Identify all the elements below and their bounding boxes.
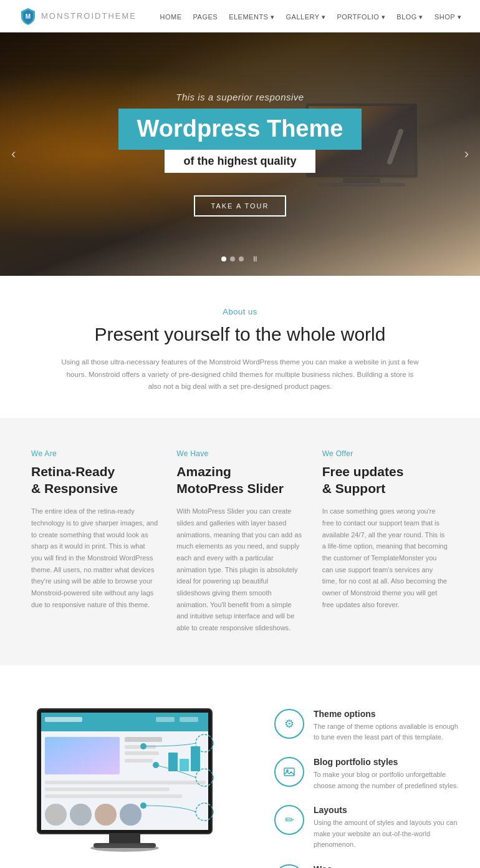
svg-rect-17 — [125, 751, 159, 755]
monitor-section: ⚙ Theme options The range of theme optio… — [0, 665, 480, 868]
feature-text-3: In case something goes wrong you're free… — [322, 505, 449, 610]
hero-quality-text: of the highest quality — [183, 155, 296, 168]
nav-menu: HOME PAGES ELEMENTS ▾ GALLERY ▾ PORTFOLI… — [160, 11, 461, 22]
blog-portfolio-content: Blog portfolio styles To make your blog … — [314, 757, 461, 791]
nav-item-home[interactable]: HOME — [160, 11, 182, 22]
blog-portfolio-text: To make your blog or portfolio unforgett… — [314, 769, 461, 791]
feature-we-label-1: We Are — [31, 449, 158, 458]
hero-prev-arrow[interactable]: ‹ — [5, 140, 22, 168]
svg-point-31 — [90, 844, 159, 852]
svg-rect-11 — [156, 717, 175, 722]
nav-item-pages[interactable]: PAGES — [193, 11, 218, 22]
feature-title-1: Retina-Ready& Responsive — [31, 463, 158, 497]
layouts-text: Using the amount of styles and layouts y… — [314, 817, 461, 851]
theme-options-icon: ⚙ — [274, 709, 304, 739]
nav-item-gallery[interactable]: GALLERY ▾ — [286, 11, 326, 22]
svg-rect-14 — [45, 737, 120, 774]
feature-text-1: The entire idea of the retina-ready tech… — [31, 505, 158, 610]
hero-dot-2[interactable] — [230, 256, 235, 261]
svg-rect-16 — [125, 745, 156, 749]
about-section: About us Present yourself to the whole w… — [0, 276, 480, 418]
hero-quality-box: of the highest quality — [165, 150, 315, 173]
hero-tour-button[interactable]: TAKE A TOUR — [194, 195, 287, 217]
hero-dot-3[interactable] — [239, 256, 244, 261]
svg-rect-25 — [45, 804, 67, 826]
nav-item-portfolio[interactable]: PORTFOLIO ▾ — [337, 11, 385, 22]
feature-we-label-3: We Offer — [322, 449, 449, 458]
brand-logo[interactable]: M MONSTROIDTHEME — [19, 7, 137, 26]
woo-content: Woo Being a 100% WooCommerce theme you c… — [314, 864, 461, 868]
features-grid: We Are Retina-Ready& Responsive The enti… — [31, 449, 449, 634]
hero-dot-1[interactable] — [221, 256, 226, 261]
monitor-feature-2: Blog portfolio styles To make your blog … — [274, 757, 461, 791]
blog-portfolio-title: Blog portfolio styles — [314, 757, 461, 767]
svg-rect-38 — [284, 768, 294, 776]
hero-title-box: Wordpress Theme — [118, 109, 362, 150]
theme-options-text: The range of theme options available is … — [314, 721, 461, 743]
hero-title: Wordpress Theme — [137, 116, 343, 142]
monitor-svg — [19, 703, 256, 868]
svg-text:M: M — [26, 13, 31, 20]
hero-dots: ⏸ — [221, 255, 259, 263]
hero-next-arrow[interactable]: › — [458, 140, 475, 168]
svg-rect-29 — [109, 834, 140, 843]
features-section: We Are Retina-Ready& Responsive The enti… — [0, 418, 480, 665]
feature-text-2: With MotoPress Slider you can create sli… — [176, 505, 303, 634]
svg-rect-27 — [95, 804, 117, 826]
about-label: About us — [50, 307, 430, 316]
layouts-icon: ✏ — [274, 805, 304, 835]
svg-rect-15 — [125, 737, 162, 742]
theme-options-content: Theme options The range of theme options… — [314, 709, 461, 743]
hero-content: This is a superior responsive Wordpress … — [118, 92, 362, 217]
svg-rect-26 — [70, 804, 92, 826]
hero-subtitle: This is a superior responsive — [118, 92, 362, 102]
nav-item-elements[interactable]: ELEMENTS ▾ — [229, 11, 274, 22]
monitor-illustration — [19, 703, 256, 868]
svg-rect-18 — [125, 759, 153, 763]
monitor-feature-4: Woo Being a 100% WooCommerce theme you c… — [274, 864, 461, 868]
feature-title-3: Free updates& Support — [322, 463, 449, 497]
svg-rect-23 — [45, 788, 170, 791]
layouts-title: Layouts — [314, 805, 461, 815]
layouts-content: Layouts Using the amount of styles and l… — [314, 805, 461, 851]
navbar: M MONSTROIDTHEME HOME PAGES ELEMENTS ▾ G… — [0, 0, 480, 32]
hero-section: This is a superior responsive Wordpress … — [0, 32, 480, 276]
brand-name: MONSTROIDTHEME — [41, 11, 137, 21]
about-text: Using all those ultra-necessary features… — [59, 356, 421, 393]
woo-title: Woo — [314, 864, 461, 868]
theme-options-title: Theme options — [314, 709, 461, 719]
blog-portfolio-icon — [274, 757, 304, 787]
svg-rect-22 — [45, 781, 206, 784]
feature-item-2: We Have AmazingMotoPress Slider With Mot… — [176, 449, 303, 634]
nav-item-shop[interactable]: SHOP ▾ — [434, 11, 461, 22]
svg-rect-20 — [180, 759, 189, 771]
svg-rect-12 — [180, 717, 198, 722]
monitor-feature-3: ✏ Layouts Using the amount of styles and… — [274, 805, 461, 851]
about-title: Present yourself to the whole world — [50, 324, 430, 345]
feature-item-3: We Offer Free updates& Support In case s… — [322, 449, 449, 634]
feature-we-label-2: We Have — [176, 449, 303, 458]
svg-rect-24 — [45, 794, 182, 798]
hero-pause-icon[interactable]: ⏸ — [251, 255, 259, 263]
svg-rect-10 — [45, 717, 82, 722]
monitor-feature-1: ⚙ Theme options The range of theme optio… — [274, 709, 461, 743]
feature-title-2: AmazingMotoPress Slider — [176, 463, 303, 497]
woo-icon — [274, 864, 304, 868]
image-icon — [283, 766, 295, 778]
shield-icon: M — [19, 7, 37, 26]
nav-item-blog[interactable]: BLOG ▾ — [396, 11, 423, 22]
svg-rect-28 — [120, 804, 142, 826]
feature-item-1: We Are Retina-Ready& Responsive The enti… — [31, 449, 158, 634]
monitor-features-list: ⚙ Theme options The range of theme optio… — [274, 703, 461, 868]
